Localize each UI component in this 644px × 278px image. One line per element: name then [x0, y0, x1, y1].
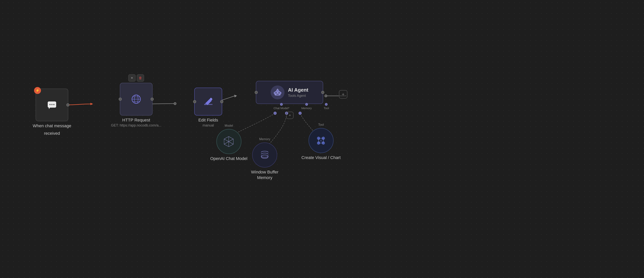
memory-label: Memory	[302, 106, 312, 110]
http-node[interactable]: + 🗑 HTTP Request GET: https://app.nocodb…	[111, 83, 162, 127]
chat-model-label: Chat Model*	[274, 106, 290, 110]
tool-badge: Tool	[318, 123, 324, 126]
edit-fields-node-box[interactable]	[194, 88, 222, 116]
edit-input-port	[193, 100, 196, 103]
edit-fields-node[interactable]: Edit Fields manual	[194, 88, 222, 127]
agent-output-port	[321, 91, 324, 94]
svg-rect-26	[276, 94, 279, 95]
http-input-port	[119, 98, 122, 101]
database-icon	[259, 149, 270, 161]
memory-node[interactable]: Memory Window Buffer Memory	[251, 142, 278, 180]
tool-port	[325, 103, 328, 106]
svg-point-8	[299, 112, 302, 115]
trigger-output-port	[66, 103, 70, 106]
agent-node[interactable]: AI Agent Tools Agent Chat Model* Memory …	[256, 81, 323, 104]
agent-subtitle: Tools Agent	[288, 94, 308, 98]
add-node-btn[interactable]: +	[339, 90, 348, 99]
agent-input-port	[255, 91, 258, 94]
http-node-box[interactable]: + 🗑	[120, 83, 152, 116]
globe-icon	[130, 93, 142, 105]
svg-point-38	[261, 155, 268, 157]
tool-node[interactable]: Tool Create Visual / Chart	[302, 128, 341, 161]
trigger-node[interactable]: ⚡ When chat message received	[33, 89, 71, 136]
chat-model-port	[280, 103, 283, 106]
http-sublabel: GET: https://app.nocodb.com/a...	[111, 123, 162, 127]
openai-label: OpenAI Chat Model	[210, 156, 247, 162]
memory-label2: Memory	[257, 175, 272, 181]
memory-node-box[interactable]	[252, 142, 277, 167]
svg-point-12	[51, 104, 52, 105]
http-output-port	[150, 98, 154, 101]
add-button[interactable]: +	[128, 74, 136, 82]
plus-tool-icon[interactable]: +	[286, 112, 294, 119]
agent-icon	[271, 86, 284, 99]
edit-icon	[202, 96, 214, 107]
svg-marker-4	[234, 95, 237, 97]
model-badge: Model	[225, 124, 233, 127]
workflow-canvas[interactable]: ⚡ When chat message received + 🗑	[0, 0, 644, 278]
svg-point-5	[325, 95, 327, 97]
tool-label: Tool	[324, 106, 329, 110]
svg-rect-28	[280, 92, 282, 94]
svg-rect-21	[274, 91, 281, 96]
openai-icon	[222, 135, 235, 148]
trigger-label: When chat message	[33, 123, 71, 129]
svg-point-6	[274, 112, 276, 115]
tool-node-box[interactable]	[308, 128, 334, 153]
svg-point-13	[53, 104, 54, 105]
agent-node-box[interactable]: AI Agent Tools Agent Chat Model* Memory …	[256, 81, 323, 104]
edit-output-port	[220, 100, 223, 103]
memory-label-node: Window Buffer	[251, 169, 278, 175]
memory-port	[305, 103, 308, 106]
svg-rect-22	[276, 90, 279, 92]
svg-point-2	[174, 102, 176, 105]
memory-badge: Memory	[259, 137, 270, 141]
openai-node-box[interactable]	[216, 129, 242, 154]
svg-point-24	[276, 92, 276, 93]
chat-icon	[46, 99, 58, 111]
http-toolbar: + 🗑	[128, 74, 144, 82]
agent-title: AI Agent	[288, 87, 308, 93]
svg-point-11	[50, 104, 50, 105]
add-tool-btn[interactable]: +	[286, 112, 294, 119]
tool-label-node: Create Visual / Chart	[302, 155, 341, 161]
trigger-node-box[interactable]: ⚡	[36, 89, 68, 121]
svg-rect-27	[274, 92, 275, 94]
svg-marker-10	[49, 108, 50, 109]
openai-node[interactable]: Model OpenAI Chat Model	[210, 129, 247, 162]
plus-icon[interactable]: +	[339, 90, 348, 99]
trigger-label2: received	[44, 131, 60, 136]
edit-sublabel: manual	[202, 123, 214, 127]
chart-icon	[315, 134, 327, 147]
edit-label: Edit Fields	[198, 117, 218, 123]
svg-point-25	[278, 92, 280, 93]
svg-point-23	[277, 89, 278, 90]
delete-button[interactable]: 🗑	[137, 74, 144, 82]
lightning-icon: ⚡	[34, 87, 41, 94]
http-label: HTTP Request	[122, 117, 150, 123]
agent-text: AI Agent Tools Agent	[288, 87, 308, 98]
svg-marker-0	[90, 103, 93, 105]
